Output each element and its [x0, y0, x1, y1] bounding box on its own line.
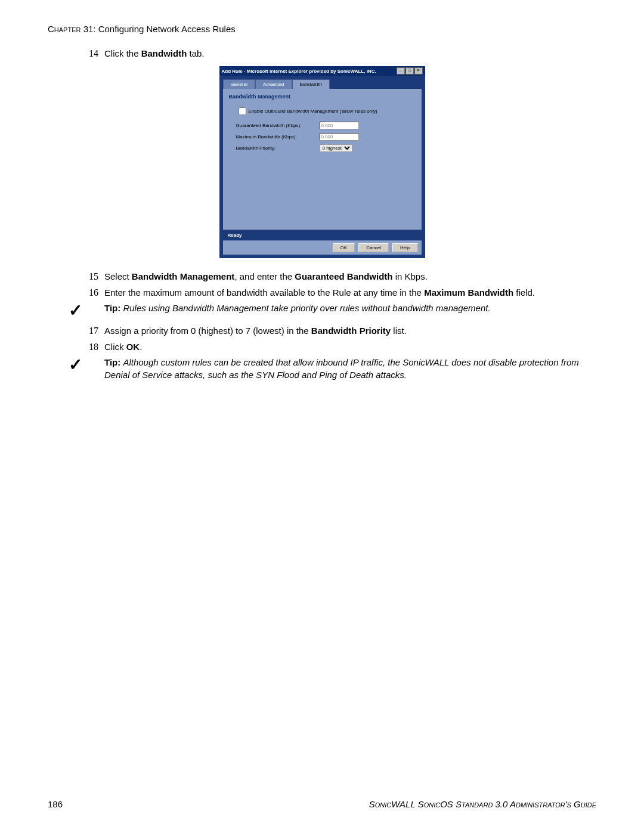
tip-2: ✓ Tip: Although custom rules can be crea… — [72, 356, 596, 381]
close-icon[interactable]: × — [414, 67, 423, 75]
panel-title: Bandwidth Management — [229, 94, 416, 100]
step-number: 18 — [83, 340, 98, 354]
enable-bandwidth-checkbox[interactable] — [239, 107, 246, 115]
tab-advanced[interactable]: Advanced — [255, 79, 292, 89]
step-number: 15 — [83, 270, 98, 283]
tip-1: ✓ Tip: Rules using Bandwidth Management … — [72, 302, 596, 322]
step-16: 16 Enter the maximum amount of bandwidth… — [83, 286, 596, 299]
titlebar-buttons: _ □ × — [397, 67, 423, 75]
guaranteed-row: Guaranteed Bandwidth (Kbps): — [236, 122, 416, 129]
tip-body: Although custom rules can be created tha… — [104, 357, 579, 380]
guaranteed-label: Guaranteed Bandwidth (Kbps): — [236, 123, 320, 128]
maximum-row: Maximum Bandwidth (Kbps): — [236, 133, 416, 141]
status-bar: Ready — [223, 230, 422, 240]
chapter-header: Chapter 31: Configuring Network Access R… — [48, 24, 596, 34]
chapter-title: : Configuring Network Access Rules — [93, 24, 235, 34]
enable-checkbox-row: Enable Outbound Bandwidth Management ('a… — [236, 106, 416, 117]
tab-row: General Advanced Bandwidth — [223, 79, 422, 89]
tip-label: Tip: — [104, 357, 120, 367]
checkmark-icon: ✓ — [69, 353, 92, 381]
maximum-input[interactable] — [320, 133, 359, 141]
step-14: 14 Click the Bandwidth tab. — [83, 47, 596, 60]
cancel-button[interactable]: Cancel — [358, 243, 389, 252]
footer-guide: SonicWALL SonicOS Standard 3.0 Administr… — [369, 799, 596, 809]
maximum-label: Maximum Bandwidth (Kbps): — [236, 134, 320, 140]
minimize-icon[interactable]: _ — [397, 67, 405, 75]
tip-label: Tip: — [104, 303, 120, 313]
page-footer: 186 SonicWALL SonicOS Standard 3.0 Admin… — [48, 799, 596, 809]
chapter-num: 31 — [83, 24, 94, 34]
tip-body: Rules using Bandwidth Management take pr… — [123, 303, 490, 313]
maximize-icon[interactable]: □ — [405, 67, 414, 75]
page-number: 186 — [48, 799, 63, 809]
step-number: 14 — [83, 47, 98, 60]
tab-bandwidth[interactable]: Bandwidth — [292, 79, 330, 89]
priority-select[interactable]: 0 highest — [320, 144, 352, 152]
dialog-button-row: OK Cancel Help — [223, 240, 422, 255]
tab-general[interactable]: General — [223, 79, 255, 89]
checkmark-icon: ✓ — [69, 299, 92, 322]
chapter-label: Chapter — [48, 24, 80, 34]
guaranteed-input[interactable] — [320, 122, 359, 129]
priority-label: Bandwidth Priority: — [236, 145, 320, 151]
priority-row: Bandwidth Priority: 0 highest — [236, 144, 416, 152]
step-18: 18 Click OK. — [83, 340, 596, 354]
dialog-titlebar: Add Rule - Microsoft Internet Explorer p… — [219, 66, 425, 76]
dialog-panel: Bandwidth Management Enable Outbound Ban… — [223, 89, 422, 230]
help-button[interactable]: Help — [392, 243, 417, 252]
dialog-window: Add Rule - Microsoft Internet Explorer p… — [219, 66, 425, 258]
step-15: 15 Select Bandwidth Management, and ente… — [83, 270, 596, 283]
step-number: 16 — [83, 286, 98, 299]
step-17: 17 Assign a priority from 0 (highest) to… — [83, 324, 596, 337]
ok-button[interactable]: OK — [333, 243, 355, 252]
dialog-title: Add Rule - Microsoft Internet Explorer p… — [222, 69, 376, 74]
enable-bandwidth-label: Enable Outbound Bandwidth Management ('a… — [249, 109, 377, 114]
step-number: 17 — [83, 324, 98, 337]
